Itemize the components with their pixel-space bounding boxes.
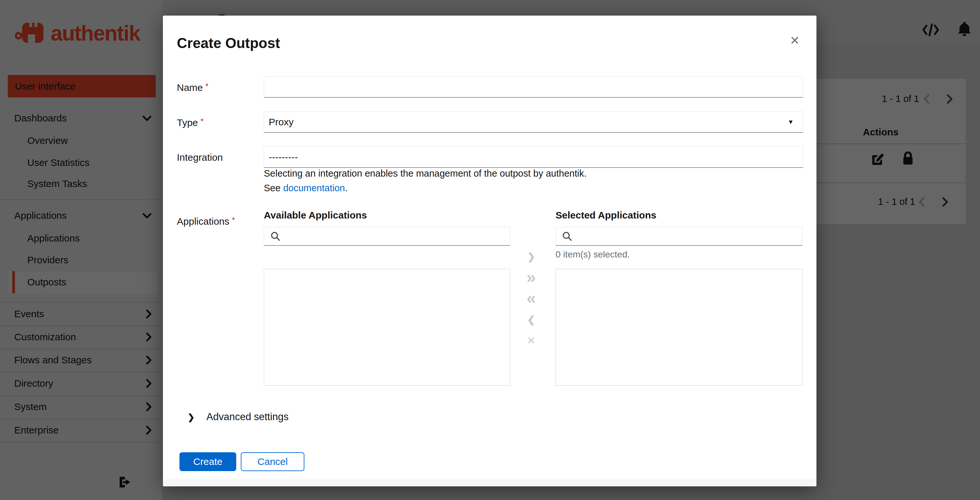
- type-select-value: Proxy: [269, 116, 294, 127]
- name-label: Name*: [177, 82, 208, 93]
- integration-select[interactable]: ---------: [264, 146, 803, 168]
- transfer-add-icon[interactable]: ❯: [520, 248, 542, 265]
- search-icon: [270, 231, 281, 242]
- available-search-input[interactable]: [264, 227, 510, 246]
- type-label-text: Type: [177, 117, 198, 128]
- create-outpost-modal: Create Outpost ✕ Name* Type* Proxy ▼ Int…: [163, 16, 816, 486]
- period-text: .: [345, 183, 348, 193]
- name-label-text: Name: [177, 82, 203, 93]
- transfer-add-all-icon[interactable]: »: [520, 269, 542, 286]
- available-applications-title: Available Applications: [264, 210, 367, 221]
- documentation-help-line: See documentation.: [264, 183, 348, 194]
- name-input[interactable]: [264, 76, 803, 98]
- documentation-link[interactable]: documentation: [283, 183, 345, 193]
- modal-title: Create Outpost: [177, 35, 280, 51]
- create-button[interactable]: Create: [180, 452, 236, 471]
- see-text: See: [264, 183, 283, 193]
- advanced-settings-chevron-icon[interactable]: ❯: [188, 412, 195, 422]
- available-applications-list[interactable]: [264, 269, 510, 386]
- advanced-settings-toggle[interactable]: Advanced settings: [206, 411, 288, 423]
- applications-label-text: Applications: [177, 216, 229, 227]
- close-icon[interactable]: ✕: [787, 32, 803, 49]
- integration-select-value: ---------: [269, 151, 298, 162]
- applications-label: Applications*: [177, 216, 235, 227]
- integration-help-text: Selecting an integration enables the man…: [264, 168, 587, 179]
- transfer-remove-all-icon[interactable]: «: [520, 289, 542, 307]
- required-marker: *: [198, 117, 204, 126]
- type-select[interactable]: Proxy ▼: [264, 111, 803, 133]
- select-caret-icon: ▼: [788, 118, 794, 126]
- authentik-admin-page: 1 - 1 of 1 Actions 1 - 1 of 1: [0, 0, 980, 500]
- selected-applications-title: Selected Applications: [555, 210, 657, 221]
- transfer-clear-icon[interactable]: ✕: [520, 332, 542, 349]
- search-icon: [562, 231, 573, 242]
- integration-label: Integration: [177, 152, 223, 163]
- selected-search-input[interactable]: [555, 227, 802, 246]
- required-marker: *: [229, 216, 235, 225]
- transfer-remove-icon[interactable]: ❮: [520, 311, 542, 328]
- selected-applications-list[interactable]: [555, 269, 802, 386]
- modal-footer-strip: [163, 479, 816, 486]
- type-label: Type*: [177, 117, 204, 128]
- cancel-button[interactable]: Cancel: [241, 452, 304, 471]
- selected-count-text: 0 item(s) selected.: [555, 249, 630, 260]
- required-marker: *: [203, 82, 208, 91]
